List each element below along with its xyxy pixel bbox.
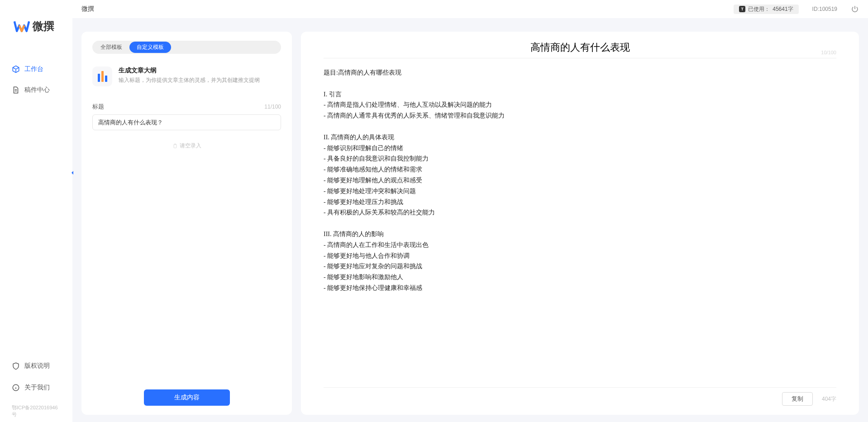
form-section: 标题 11/100 请空录入 xyxy=(92,103,281,150)
sidebar-item-drafts[interactable]: 稿件中心 xyxy=(8,82,64,98)
sidebar-item-label: 版权说明 xyxy=(24,362,50,370)
text-badge-icon: T xyxy=(739,6,745,12)
sidebar-item-label: 工作台 xyxy=(24,65,43,73)
empty-hint: 请空录入 xyxy=(92,142,281,150)
template-desc: 输入标题，为你提供文章主体的灵感，并为其创建推文提纲 xyxy=(119,76,281,84)
info-icon xyxy=(12,384,20,392)
top-header: 微撰 T 已使用： 45641字 ID:100519 xyxy=(72,0,868,18)
sidebar-item-workspace[interactable]: 工作台 xyxy=(8,62,64,77)
tab-group: 全部模板 自定义模板 xyxy=(92,41,281,54)
copy-button[interactable]: 复制 xyxy=(782,392,813,406)
usage-value: 45641字 xyxy=(773,5,793,13)
output-title-row: 高情商的人有什么表现 10/100 xyxy=(324,41,836,58)
main: 微撰 T 已使用： 45641字 ID:100519 全部模板 自定义模板 xyxy=(72,0,868,422)
logo-icon xyxy=(14,18,30,34)
chevron-left-icon xyxy=(69,169,76,176)
tab-all-templates[interactable]: 全部模板 xyxy=(93,42,129,53)
usage-label: 已使用： xyxy=(748,5,770,13)
cube-icon xyxy=(12,65,20,73)
generate-button[interactable]: 生成内容 xyxy=(144,389,230,406)
logo: 微撰 xyxy=(0,0,72,48)
sidebar-item-label: 稿件中心 xyxy=(24,86,50,94)
collapse-handle[interactable] xyxy=(69,169,76,176)
left-panel: 全部模板 自定义模板 生成文章大纲 输入标题，为你提供文章主体的灵感，并为其创建… xyxy=(81,32,292,415)
tab-custom-templates[interactable]: 自定义模板 xyxy=(129,42,171,53)
clipboard-icon xyxy=(172,143,178,149)
output-title-limit: 10/100 xyxy=(821,50,836,55)
output-body[interactable]: 题目:高情商的人有哪些表现 I. 引言 - 高情商是指人们处理情绪、与他人互动以… xyxy=(324,67,836,298)
output-title: 高情商的人有什么表现 xyxy=(324,41,836,58)
power-icon[interactable] xyxy=(851,5,859,13)
template-title: 生成文章大纲 xyxy=(119,66,281,75)
sidebar-item-copyright[interactable]: 版权说明 xyxy=(8,358,64,374)
sidebar-bottom: 版权说明 关于我们 鄂ICP备2022016946号 xyxy=(0,358,72,420)
document-icon xyxy=(12,86,20,94)
content-area: 全部模板 自定义模板 生成文章大纲 输入标题，为你提供文章主体的灵感，并为其创建… xyxy=(72,18,868,422)
user-id: ID:100519 xyxy=(812,6,837,12)
nav: 工作台 稿件中心 xyxy=(0,48,72,117)
title-input[interactable] xyxy=(92,114,281,130)
template-card: 生成文章大纲 输入标题，为你提供文章主体的灵感，并为其创建推文提纲 xyxy=(92,66,281,86)
icp-text: 鄂ICP备2022016946号 xyxy=(8,402,64,420)
header-title: 微撰 xyxy=(81,5,94,13)
title-char-count: 11/100 xyxy=(264,104,281,110)
usage-badge[interactable]: T 已使用： 45641字 xyxy=(734,5,798,14)
sidebar-item-about[interactable]: 关于我们 xyxy=(8,380,64,395)
output-char-count: 404字 xyxy=(822,395,836,403)
right-panel: 高情商的人有什么表现 10/100 题目:高情商的人有哪些表现 I. 引言 - … xyxy=(301,32,859,415)
logo-text: 微撰 xyxy=(33,19,54,33)
header-right: T 已使用： 45641字 ID:100519 xyxy=(734,5,859,14)
sidebar-item-label: 关于我们 xyxy=(24,384,50,392)
shield-icon xyxy=(12,362,20,370)
sidebar: 微撰 工作台 稿件中心 版权说明 关于我们 鄂ICP备2022016946号 xyxy=(0,0,72,422)
template-icon xyxy=(92,66,112,86)
title-label: 标题 xyxy=(92,103,104,111)
output-footer: 复制 404字 xyxy=(324,387,836,406)
